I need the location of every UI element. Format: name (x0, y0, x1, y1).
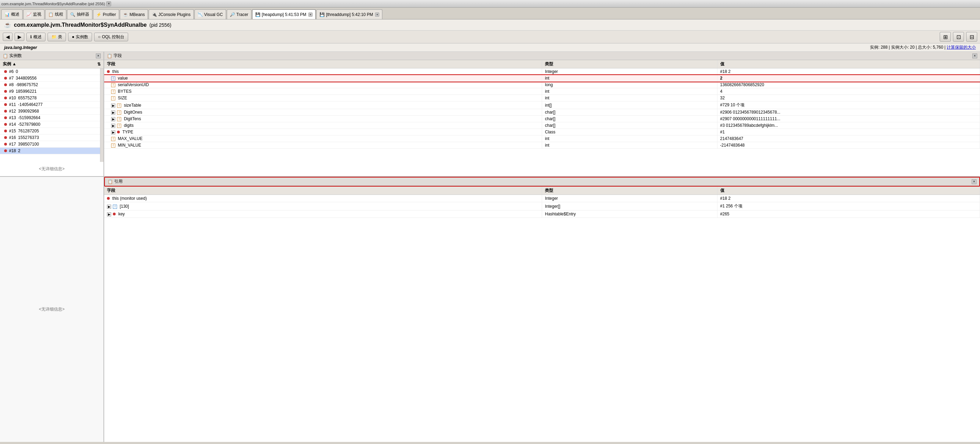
table-row[interactable]: ▶ f sizeTable int[] #729 10 个项 (104, 102, 980, 109)
title-bar-text: com.example.jvm.ThreadMonitor$SynAddRuna… (2, 2, 105, 6)
instances-label: 实例数 (76, 34, 88, 40)
list-item[interactable]: #14 -527879800 (0, 121, 100, 128)
list-item[interactable]: #13 -515992664 (0, 115, 100, 121)
instance-id: #18 (9, 148, 16, 153)
table-row[interactable]: ▶ f DigitOnes char[] #2906 0123456789012… (104, 109, 980, 116)
overview-button[interactable]: ℹ 概述 (26, 33, 46, 41)
instances-panel-icon: 📋 (3, 54, 8, 58)
toolbar-action-btn2[interactable]: ⊡ (953, 32, 964, 42)
main-content: 📋 实例数 × 实例 ▲ ⇅ #6 0 #7 (0, 52, 980, 442)
list-item[interactable]: #15 761287205 (0, 128, 100, 134)
table-row[interactable]: f SIZE int 32 (104, 95, 980, 102)
tab-visualgc[interactable]: 📉 Visual GC (194, 10, 226, 19)
list-item[interactable]: #10 65575278 (0, 95, 100, 102)
tree-toggle[interactable]: ▶ (111, 103, 115, 108)
tab-threaddump-icon: 💾 (320, 12, 325, 17)
field-value: #1 256 个项 (717, 202, 980, 210)
list-item[interactable]: #11 -1405464277 (0, 102, 100, 108)
tab-threaddump[interactable]: 💾 [threaddump] 5:42:10 PM × (317, 10, 382, 19)
scroll-indicator[interactable] (100, 68, 103, 162)
table-row[interactable]: this (monitor used) Integer #18 2 (104, 195, 980, 202)
field-value: #2907 0000000000111111111... (717, 116, 980, 122)
table-row[interactable]: ▶ f [130] Integer[] #1 256 个项 (104, 202, 980, 210)
tab-profiler[interactable]: ⚡ Profiler (93, 10, 119, 19)
instance-id: #16 (9, 135, 16, 140)
oql-icon: ○ (98, 34, 100, 39)
instances-panel-close[interactable]: × (96, 54, 101, 58)
toolbar-action-btn1[interactable]: ⊞ (940, 32, 951, 42)
instance-value: 398507100 (18, 142, 39, 146)
list-item[interactable]: #16 155276373 (0, 134, 100, 141)
field-type: int[] (542, 102, 717, 109)
list-item[interactable]: #6 0 (0, 68, 100, 75)
instance-value: 155276373 (18, 135, 39, 140)
tab-jianshi[interactable]: 📈 监视 (23, 10, 45, 19)
tab-threaddump-close[interactable]: × (375, 13, 379, 17)
list-item[interactable]: #8 -989675752 (0, 82, 100, 88)
oql-button[interactable]: ○ OQL 控制台 (94, 33, 128, 41)
app-pid: (pid 2556) (150, 22, 171, 28)
table-row[interactable]: ▶ TYPE Class #1 (104, 129, 980, 135)
tab-gaikuang[interactable]: 📊 概述 (2, 10, 22, 19)
tab-jconsole[interactable]: 🔌 JConsole Plugins (149, 10, 194, 19)
tree-toggle[interactable]: ▶ (107, 212, 111, 216)
field-name: key (118, 212, 125, 216)
list-item[interactable]: #9 185996221 (0, 88, 100, 95)
instances-sort-icon: ⇅ (97, 62, 101, 67)
field-value: #3 0123456789abcdefghijklm... (717, 122, 980, 129)
field-icon-orange: f (117, 103, 121, 108)
tab-heapdump-close[interactable]: × (309, 13, 313, 17)
instance-dot (4, 97, 7, 99)
field-type: char[] (542, 109, 717, 116)
table-row[interactable]: f serialVersionUID long 1360826667806852… (104, 82, 980, 88)
field-type: char[] (542, 116, 717, 122)
references-panel-close[interactable]: × (972, 179, 977, 184)
tab-heapdump[interactable]: 💾 [heapdump] 5:41:53 PM × (252, 10, 316, 19)
fields-panel-close[interactable]: × (972, 54, 977, 58)
forward-button[interactable]: ▶ (14, 33, 24, 41)
table-row[interactable]: ▶ key Hashtable$Entry #265 (104, 210, 980, 218)
table-row[interactable]: f MAX_VALUE int 2147483647 (104, 135, 980, 142)
calc-retained-link[interactable]: 计算保留的大小 (947, 45, 976, 50)
tree-toggle[interactable]: ▶ (111, 110, 115, 115)
fields-scroll[interactable]: 字段 类型 值 this Integer (104, 60, 980, 176)
table-row[interactable]: ▶ f digits char[] #3 0123456789abcdefghi… (104, 122, 980, 129)
overview-icon: ℹ (30, 34, 32, 39)
ref-field-col[interactable]: 字段 (104, 186, 542, 195)
instances-column-header[interactable]: 实例 ▲ ⇅ (0, 60, 103, 68)
table-row[interactable]: f MIN_VALUE int -2147483648 (104, 142, 980, 149)
type-col-header[interactable]: 类型 (542, 60, 717, 68)
back-button[interactable]: ◀ (3, 33, 13, 41)
tab-xiancheng[interactable]: 📋 线程 (45, 10, 66, 19)
instance-dot (4, 116, 7, 119)
list-item[interactable]: #7 344809556 (0, 75, 100, 82)
table-row[interactable]: f BYTES int 4 (104, 88, 980, 95)
instance-id: #17 (9, 142, 16, 146)
ref-value-col[interactable]: 值 (717, 186, 980, 195)
tree-toggle[interactable]: ▶ (111, 130, 115, 134)
class-icon: 📁 (51, 34, 57, 39)
tree-toggle[interactable]: ▶ (111, 117, 115, 121)
value-col-header[interactable]: 值 (717, 60, 980, 68)
class-button[interactable]: 📁 类 (48, 33, 66, 41)
instance-id: #15 (9, 129, 16, 134)
list-item[interactable]: #17 398507100 (0, 141, 100, 148)
field-name: this (monitor used) (112, 196, 146, 201)
table-row[interactable]: f value int 2 (104, 75, 980, 82)
list-item[interactable]: #12 399092968 (0, 108, 100, 115)
window-close-button[interactable]: × (106, 2, 111, 6)
tab-tracer[interactable]: 🔎 Tracer (227, 10, 251, 19)
fields-panel-title: 字段 (113, 53, 122, 59)
tab-mbeans[interactable]: ☕ MBeans (120, 10, 148, 19)
list-item[interactable]: #18 2 (0, 148, 100, 154)
instances-button[interactable]: ● 实例数 (68, 33, 92, 41)
table-row[interactable]: ▶ f DigitTens char[] #2907 0000000000111… (104, 116, 980, 122)
table-row[interactable]: this Integer #18 2 (104, 68, 980, 75)
tree-toggle[interactable]: ▶ (107, 205, 111, 209)
tab-chuyangqi[interactable]: 🔍 抽样器 (67, 10, 92, 19)
tree-toggle[interactable]: ▶ (111, 124, 115, 128)
toolbar-action-btn3[interactable]: ⊟ (966, 32, 977, 42)
ref-type-col[interactable]: 类型 (542, 186, 717, 195)
instance-dot (4, 123, 7, 126)
field-col-header[interactable]: 字段 (104, 60, 542, 68)
